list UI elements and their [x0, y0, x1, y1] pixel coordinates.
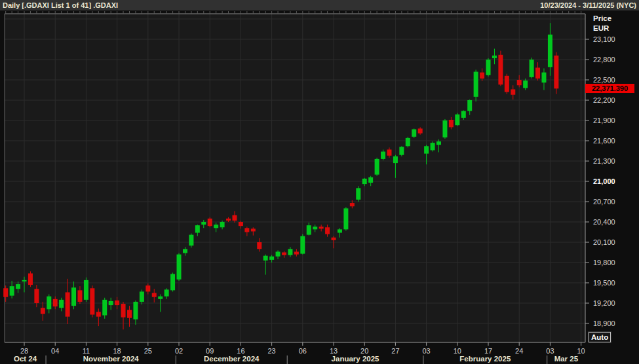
chart-window: Daily [.GDAXI List 1 of 41] .GDAXI 10/23… [0, 0, 639, 364]
date-tick-label: 25 [144, 347, 152, 355]
candle-01/28 [399, 146, 404, 156]
candle-12/02 [177, 253, 182, 281]
price-tick-label: 21,000 [593, 177, 615, 185]
price-tick-label: 20,400 [593, 218, 615, 226]
price-tick-label: 20,100 [593, 238, 615, 246]
candle-11/29 [170, 273, 175, 292]
candle-02/17 [486, 58, 491, 77]
date-tick-label: 02 [175, 347, 183, 355]
date-tick-label: 09 [206, 347, 214, 355]
candle-01/06 [300, 234, 305, 255]
month-label: November 2024 [83, 355, 140, 363]
price-tick-label: 19,800 [593, 259, 615, 266]
date-tick-label: 18 [113, 347, 121, 355]
price-tick-label: 20,700 [593, 198, 615, 206]
candle-01/30 [412, 128, 416, 137]
date-tick-label: 10 [454, 347, 461, 355]
candlestick-chart[interactable]: 23,10022,80022,50022,20021,90021,60021,3… [0, 0, 639, 364]
candle-03/04 [554, 52, 558, 94]
candle-01/29 [406, 137, 410, 148]
top-minor-ticks [6, 11, 581, 14]
month-label: January 2025 [332, 355, 379, 363]
candle-12/04 [189, 234, 193, 248]
candle-02/26 [530, 58, 534, 79]
price-tick-label: 22,500 [593, 76, 615, 84]
candle-01/17 [356, 186, 360, 202]
price-axis[interactable]: 23,10022,80022,50022,20021,90021,60021,3… [585, 35, 615, 327]
date-tick-label: 20 [360, 347, 368, 355]
price-tick-label: 19,200 [593, 299, 615, 307]
candle-01/15 [343, 207, 348, 230]
candle-02/04 [431, 141, 435, 152]
date-tick-label: 28 [20, 347, 28, 355]
date-tick-label: 03 [546, 347, 554, 355]
price-tick-label: 22,800 [593, 56, 615, 64]
month-label: Mar 25 [554, 355, 579, 363]
date-tick-label: 17 [484, 347, 492, 355]
candle-02/10 [455, 113, 459, 126]
candle-01/22 [375, 158, 379, 176]
date-tick-label: 27 [391, 347, 399, 355]
date-tick-label: 06 [299, 347, 307, 355]
price-axis-title-line2: EUR [593, 24, 611, 33]
candle-12/09 [208, 217, 212, 228]
date-tick-label: 24 [515, 347, 523, 355]
price-tick-label: 21,900 [593, 117, 615, 124]
month-label: February 2025 [459, 355, 511, 363]
date-tick-label: 04 [51, 347, 59, 355]
candle-11/11 [84, 278, 88, 302]
candle-02/06 [442, 119, 447, 139]
candle-11/12 [90, 285, 94, 318]
date-tick-label: 03 [422, 347, 430, 355]
last-price-badge: 22,371.390 [585, 84, 634, 93]
month-label: December 2024 [204, 355, 260, 363]
candle-02/13 [474, 70, 478, 102]
date-tick-label: 16 [237, 347, 244, 355]
date-tick-label: 10 [577, 347, 585, 355]
candle-10/29 [28, 271, 33, 287]
auto-scale-button[interactable]: Auto [589, 332, 611, 342]
price-tick-label: 21,600 [593, 137, 615, 145]
price-tick-label: 21,300 [593, 157, 615, 165]
price-tick-label: 19,500 [593, 279, 615, 287]
date-tick-label: 23 [267, 347, 275, 355]
date-tick-label: 13 [330, 347, 338, 355]
time-axis[interactable]: 28041118250209162306132027031017240310Oc… [14, 342, 585, 364]
price-tick-label: 23,100 [593, 35, 615, 43]
price-tick-label: 18,900 [593, 319, 615, 327]
price-axis-title: Price EUR [593, 14, 611, 33]
price-axis-title-line1: Price [593, 14, 611, 24]
price-tick-label: 22,200 [593, 96, 615, 104]
date-tick-label: 11 [83, 347, 90, 355]
candle-02/19 [498, 51, 503, 86]
month-label: Oct 24 [14, 355, 37, 363]
candle-02/20 [505, 74, 509, 94]
